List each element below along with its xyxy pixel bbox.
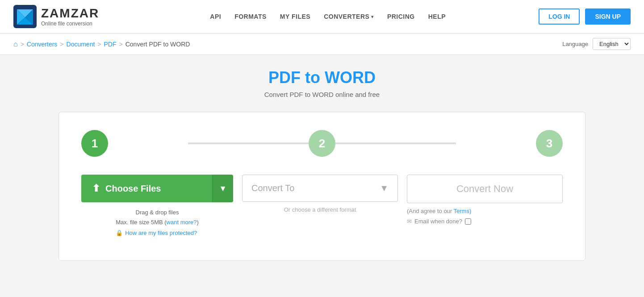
nav-formats[interactable]: FORMATS [234,13,267,20]
nav-api[interactable]: API [210,13,221,20]
step-2-circle: 2 [309,130,335,157]
nav-help[interactable]: HELP [428,13,446,20]
step-1-circle: 1 [81,130,108,157]
nav-pricing[interactable]: PRICING [387,13,415,20]
breadcrumb-home-link[interactable]: ⌂ [13,40,18,48]
breadcrumb-sep-3: > [97,41,101,48]
max-size-text: Max. file size 5MB (want more?) [116,218,199,227]
email-row: ✉ Email when done? [407,218,563,225]
logo-link[interactable]: ZAMZAR Online file conversion [13,5,99,28]
login-button[interactable]: LOG IN [539,8,580,25]
email-checkbox[interactable] [465,218,471,225]
protected-row: 🔒 How are my files protected? [116,228,199,238]
language-select[interactable]: English [593,38,631,50]
action-row: ⬆ Choose Files ▼ Drag & drop files Max. … [81,175,563,238]
language-label: Language [562,41,588,47]
breadcrumb-sep-2: > [60,41,63,48]
breadcrumb: ⌂ > Converters > Document > PDF > Conver… [13,40,190,48]
convert-to-section: Convert To ▼ Or choose a different forma… [242,175,398,213]
logo-tagline: Online file conversion [41,21,99,27]
convert-to-chevron-icon: ▼ [380,183,389,193]
protected-link[interactable]: How are my files protected? [125,228,197,238]
conversion-card: 1 2 3 ⬆ Choose Files ▼ [59,112,585,261]
home-icon: ⌂ [13,40,18,48]
breadcrumb-converters[interactable]: Converters [27,41,57,48]
step-3-circle: 3 [536,130,563,157]
want-more-link[interactable]: want more? [167,219,197,226]
choose-files-section: ⬆ Choose Files ▼ Drag & drop files Max. … [81,175,233,238]
convert-now-button[interactable]: Convert Now [407,175,563,203]
drag-drop-text: Drag & drop files [116,208,199,218]
breadcrumb-sep-4: > [119,41,123,48]
terms-link[interactable]: Terms) [454,208,472,214]
signup-button[interactable]: SIGN UP [585,8,631,25]
choose-files-btn-row: ⬆ Choose Files ▼ [81,175,233,202]
breadcrumb-document[interactable]: Document [67,41,95,48]
steps-row: 1 2 3 [81,130,563,157]
nav-converters[interactable]: CONVERTERS ▾ [324,13,374,20]
upload-icon: ⬆ [92,183,100,194]
choose-files-dropdown-button[interactable]: ▼ [212,175,233,202]
header-actions: LOG IN SIGN UP [539,8,631,25]
breadcrumb-pdf[interactable]: PDF [104,41,117,48]
convert-now-section: Convert Now (And agree to our Terms) ✉ E… [407,175,563,225]
site-header: ZAMZAR Online file conversion API FORMAT… [0,0,644,33]
lock-icon: 🔒 [116,228,123,238]
breadcrumb-current: Convert PDF to WORD [125,41,190,48]
email-when-done-label: Email when done? [414,218,462,225]
breadcrumb-bar: ⌂ > Converters > Document > PDF > Conver… [0,33,644,55]
main-nav: API FORMATS MY FILES CONVERTERS ▾ PRICIN… [117,13,539,20]
choose-files-button[interactable]: ⬆ Choose Files [81,175,212,202]
convert-to-sub: Or choose a different format [284,206,356,213]
convert-to-dropdown[interactable]: Convert To ▼ [242,175,398,202]
convert-now-terms: (And agree to our Terms) [407,208,563,214]
email-icon: ✉ [407,218,412,225]
logo-brand-name: ZAMZAR [41,6,99,21]
main-content: PDF to WORD Convert PDF to WORD online a… [0,55,644,274]
choose-files-info: Drag & drop files Max. file size 5MB (wa… [116,208,199,238]
language-area: Language English [562,38,631,50]
nav-my-files[interactable]: MY FILES [280,13,310,20]
breadcrumb-sep-1: > [21,41,24,48]
converters-chevron-icon: ▾ [371,14,374,19]
zamzar-logo-icon [13,5,37,28]
page-title: PDF to WORD [268,68,376,87]
logo-text: ZAMZAR Online file conversion [41,6,99,27]
page-subtitle: Convert PDF to WORD online and free [264,91,380,98]
